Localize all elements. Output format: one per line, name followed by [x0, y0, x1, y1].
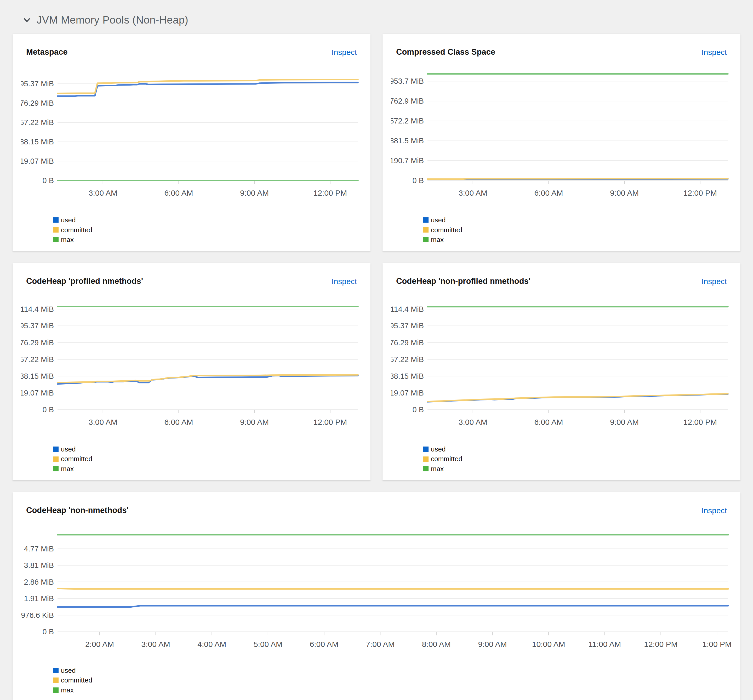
y-tick-label: 114.4 MiB [391, 305, 424, 313]
chart-card-metaspace: Metaspace Inspect 0 B19.07 MiB38.15 MiB5… [12, 34, 371, 251]
y-tick-label: 76.29 MiB [391, 338, 424, 347]
y-tick-label: 38.15 MiB [21, 138, 54, 146]
legend-swatch-committed [53, 678, 59, 683]
x-tick-label: 5:00 AM [254, 640, 282, 648]
legend-swatch-max [423, 237, 429, 242]
legend-swatch-committed [423, 456, 429, 462]
legend-item-max[interactable]: max [423, 236, 732, 244]
inspect-link-codeheap-non-profiled[interactable]: Inspect [702, 277, 727, 286]
chart-title-codeheap-profiled: CodeHeap 'profiled nmethods' [26, 277, 143, 286]
series-line-committed [58, 588, 728, 589]
legend-item-used[interactable]: used [423, 216, 732, 224]
y-tick-label: 762.9 MiB [391, 97, 424, 105]
x-tick-label: 12:00 PM [644, 640, 677, 648]
legend-swatch-used [423, 217, 429, 223]
line-chart-codeheap-profiled[interactable]: 0 B19.07 MiB38.15 MiB57.22 MiB76.29 MiB9… [21, 293, 362, 440]
x-tick-label: 9:00 AM [610, 418, 639, 427]
legend-swatch-used [423, 447, 429, 452]
x-tick-label: 6:00 AM [164, 418, 193, 427]
line-chart-metaspace[interactable]: 0 B19.07 MiB38.15 MiB57.22 MiB76.29 MiB9… [21, 64, 362, 211]
legend-label: used [61, 216, 76, 224]
series-line-used [58, 606, 728, 607]
chart-title-codeheap-non-nmethods: CodeHeap 'non-nmethods' [26, 506, 129, 515]
x-tick-label: 12:00 PM [683, 418, 717, 427]
series-line-committed [427, 179, 728, 179]
line-chart-codeheap-non-nmethods[interactable]: 0 B976.6 KiB1.91 MiB2.86 MiB3.81 MiB4.77… [21, 522, 732, 661]
legend-swatch-committed [53, 456, 59, 462]
legend-label: max [431, 465, 444, 473]
legend-label: max [61, 465, 74, 473]
y-tick-label: 0 B [42, 405, 54, 414]
legend-swatch-committed [53, 227, 59, 233]
x-tick-label: 4:00 AM [197, 640, 226, 648]
y-tick-label: 57.22 MiB [21, 355, 54, 363]
legend-item-committed[interactable]: committed [423, 455, 732, 463]
x-tick-label: 9:00 AM [478, 640, 507, 648]
legend-swatch-committed [423, 227, 429, 233]
charts-grid: Metaspace Inspect 0 B19.07 MiB38.15 MiB5… [12, 34, 741, 700]
legend-item-max[interactable]: max [53, 236, 362, 244]
x-tick-label: 11:00 AM [589, 640, 621, 648]
chart-legend: usedcommittedmax [423, 445, 732, 473]
y-tick-label: 0 B [42, 176, 54, 185]
legend-item-used[interactable]: used [53, 216, 362, 224]
chart-card-compressed-class-space: Compressed Class Space Inspect 0 B190.7 … [382, 34, 741, 251]
jvm-memory-pools-section: JVM Memory Pools (Non-Heap) Metaspace In… [0, 0, 753, 700]
chart-title-codeheap-non-profiled: CodeHeap 'non-profiled nmethods' [396, 277, 530, 286]
x-tick-label: 9:00 AM [610, 189, 639, 197]
legend-item-max[interactable]: max [53, 686, 732, 694]
y-tick-label: 4.77 MiB [24, 544, 54, 553]
legend-item-committed[interactable]: committed [53, 677, 732, 684]
legend-item-committed[interactable]: committed [53, 226, 362, 234]
chevron-down-icon [22, 16, 31, 25]
y-tick-label: 0 B [42, 628, 54, 636]
y-tick-label: 976.6 KiB [21, 611, 54, 619]
x-tick-label: 8:00 AM [422, 640, 451, 648]
legend-label: committed [61, 226, 92, 234]
legend-swatch-max [53, 466, 59, 471]
y-tick-label: 114.4 MiB [21, 305, 54, 313]
chart-card-codeheap-non-nmethods: CodeHeap 'non-nmethods' Inspect 0 B976.6… [12, 492, 741, 700]
series-line-used [58, 376, 358, 384]
y-tick-label: 57.22 MiB [21, 118, 54, 127]
inspect-link-codeheap-profiled[interactable]: Inspect [332, 277, 357, 286]
y-tick-label: 1.91 MiB [24, 594, 54, 603]
chart-card-codeheap-non-profiled: CodeHeap 'non-profiled nmethods' Inspect… [382, 263, 741, 480]
legend-label: used [61, 445, 76, 453]
chart-title-metaspace: Metaspace [26, 47, 68, 57]
legend-item-committed[interactable]: committed [423, 226, 732, 234]
line-chart-codeheap-non-profiled[interactable]: 0 B19.07 MiB38.15 MiB57.22 MiB76.29 MiB9… [391, 293, 732, 440]
inspect-link-metaspace[interactable]: Inspect [332, 48, 357, 57]
y-tick-label: 3.81 MiB [24, 561, 54, 569]
legend-swatch-used [53, 668, 59, 673]
legend-label: max [61, 686, 74, 694]
x-tick-label: 12:00 PM [313, 418, 347, 427]
y-tick-label: 38.15 MiB [21, 372, 54, 380]
x-tick-label: 6:00 AM [534, 418, 563, 427]
x-tick-label: 12:00 PM [683, 189, 717, 197]
chart-legend: usedcommittedmax [53, 216, 362, 244]
chart-title-compressed-class-space: Compressed Class Space [396, 47, 495, 57]
y-tick-label: 0 B [412, 176, 424, 185]
legend-item-used[interactable]: used [53, 667, 732, 674]
legend-label: committed [61, 677, 92, 684]
inspect-link-codeheap-non-nmethods[interactable]: Inspect [702, 506, 727, 515]
legend-label: used [431, 445, 446, 453]
legend-item-used[interactable]: used [53, 445, 362, 453]
x-tick-label: 3:00 AM [89, 189, 117, 197]
y-tick-label: 19.07 MiB [21, 157, 54, 165]
y-tick-label: 2.86 MiB [24, 578, 54, 586]
legend-item-committed[interactable]: committed [53, 455, 362, 463]
legend-item-used[interactable]: used [423, 445, 732, 453]
section-toggle[interactable]: JVM Memory Pools (Non-Heap) [0, 0, 753, 26]
y-tick-label: 953.7 MiB [391, 77, 424, 85]
chart-legend: usedcommittedmax [53, 667, 732, 694]
line-chart-compressed-class-space[interactable]: 0 B190.7 MiB381.5 MiB572.2 MiB762.9 MiB9… [391, 64, 732, 211]
legend-item-max[interactable]: max [53, 465, 362, 473]
inspect-link-compressed-class-space[interactable]: Inspect [702, 48, 727, 57]
x-tick-label: 3:00 AM [89, 418, 117, 427]
legend-swatch-used [53, 447, 59, 452]
legend-item-max[interactable]: max [423, 465, 732, 473]
chart-card-codeheap-profiled: CodeHeap 'profiled nmethods' Inspect 0 B… [12, 263, 371, 480]
x-tick-label: 6:00 AM [534, 189, 563, 197]
